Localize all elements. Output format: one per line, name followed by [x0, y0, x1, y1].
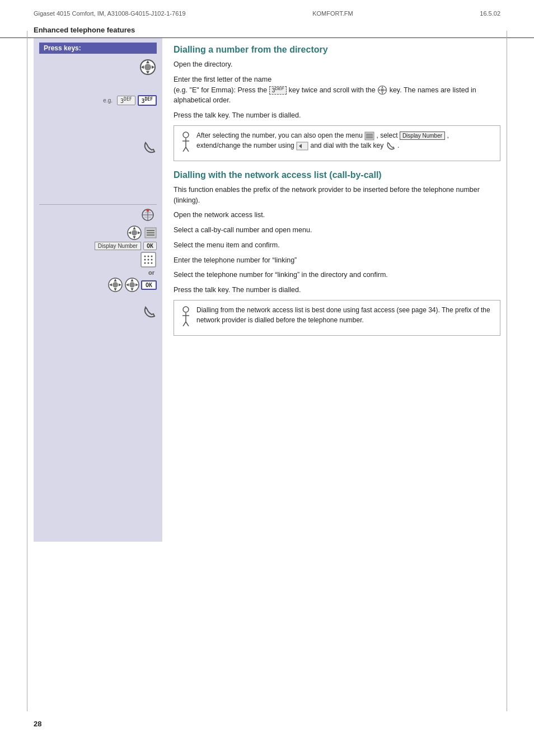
svg-point-29 — [144, 262, 146, 264]
info-text1: After selecting the number, you can also… — [196, 132, 364, 139]
talk-key-icon1 — [142, 140, 157, 155]
svg-line-53 — [183, 147, 186, 152]
network-list-icon — [139, 208, 157, 224]
svg-point-27 — [148, 259, 149, 261]
info-end: . — [397, 142, 399, 149]
step2-detail: (e.g. "E" for Emma): Press the 3DEF key … — [174, 86, 377, 94]
section2-step5: Select the telephone number for “linking… — [174, 270, 500, 280]
section2-step6: Press the talk key. The number is dialle… — [174, 285, 500, 295]
tip-icon-1 — [180, 132, 192, 152]
header-center: KOMFORT.FM — [312, 10, 353, 17]
section1-step1: Open the directory. — [174, 59, 500, 70]
lc-row-talk1 — [39, 140, 157, 155]
margin-left — [27, 31, 27, 711]
section2-step1: Open the network access list. — [174, 210, 500, 220]
svg-point-30 — [148, 262, 149, 264]
info-dial: and dial with the talk key — [310, 142, 385, 149]
header: Gigaset 4015 Comfort, IM, A31008-G4015-J… — [0, 0, 534, 20]
svg-point-28 — [151, 259, 153, 261]
nav-icon-left — [107, 277, 123, 293]
content-area: Press keys: e.g. 3DEF 3DEF — [34, 38, 500, 542]
svg-point-50 — [183, 132, 189, 138]
lc-row-nav-menu — [39, 225, 157, 241]
lc-row-double-nav-ok: OK — [39, 277, 157, 293]
lc-row-network-icon — [39, 208, 157, 224]
svg-point-25 — [151, 256, 153, 257]
svg-point-33 — [113, 282, 118, 288]
step2-prefix: Enter the first letter of the name — [174, 76, 271, 83]
section-heading: Enhanced telephone features — [0, 20, 534, 38]
nav-icon-right — [124, 277, 140, 293]
section1-title: Dialling a number from the directory — [174, 45, 500, 55]
page: Gigaset 4015 Comfort, IM, A31008-G4015-J… — [0, 0, 534, 756]
header-right: 16.5.02 — [480, 10, 500, 17]
svg-point-23 — [144, 256, 146, 257]
lc-row-or: or — [39, 269, 157, 276]
section2-step2: Select a call-by-call number and open me… — [174, 225, 500, 236]
section2-intro: This function enables the prefix of the … — [174, 185, 500, 206]
lc-row-directory-icon — [39, 58, 157, 76]
talk-key-inline — [386, 141, 396, 151]
nav-inline-icon — [377, 85, 387, 95]
grid-key-icon — [140, 251, 157, 268]
svg-point-9 — [147, 209, 149, 212]
svg-line-65 — [186, 322, 189, 326]
left-column: Press keys: e.g. 3DEF 3DEF — [34, 38, 162, 542]
svg-point-45 — [381, 88, 384, 92]
directory-nav-icon — [139, 58, 157, 76]
ok-key: OK — [143, 242, 157, 250]
svg-point-39 — [129, 282, 135, 288]
svg-point-61 — [183, 307, 189, 312]
key-3def-1: 3DEF — [117, 96, 135, 105]
info-icon-1 — [180, 132, 191, 156]
press-keys-label: Press keys: — [39, 43, 157, 54]
change-key-icon — [296, 142, 308, 151]
svg-point-26 — [144, 259, 146, 261]
section1-step2: Enter the first letter of the name (e.g.… — [174, 74, 500, 106]
info-select: , select — [377, 132, 400, 139]
lc-row-talk2 — [39, 305, 157, 320]
talk-key-icon2 — [142, 305, 157, 320]
key-3def-inline: 3DEF — [269, 86, 287, 95]
right-column: Dialling a number from the directory Ope… — [162, 38, 500, 542]
tip-icon-2 — [180, 306, 192, 326]
svg-point-1 — [144, 64, 151, 71]
lc-separator — [39, 204, 157, 205]
ok-key-blue: OK — [141, 280, 157, 290]
info-display-number: Display Number — [400, 132, 445, 140]
svg-line-54 — [186, 147, 189, 152]
info-icon-2 — [180, 306, 191, 331]
lc-row-display-ok: Display Number OK — [39, 242, 157, 250]
lc-row-keys: e.g. 3DEF 3DEF — [39, 95, 157, 106]
nav-icon-small — [127, 225, 142, 241]
svg-rect-59 — [297, 142, 308, 150]
or-label: or — [148, 269, 154, 276]
svg-point-13 — [132, 230, 137, 236]
menu-icon — [144, 227, 157, 238]
key-3def-2: 3DEF — [138, 95, 157, 106]
display-number-label: Display Number — [95, 242, 141, 250]
info-box-2: Dialling from the network access list is… — [174, 300, 500, 336]
info-box-1: After selecting the number, you can also… — [174, 125, 500, 161]
section1-step3: Press the talk key. The number is dialle… — [174, 110, 500, 121]
menu-inline-icon — [364, 132, 374, 140]
margin-right — [507, 31, 507, 711]
section2-step4: Enter the telephone number for “linking” — [174, 255, 500, 266]
info-box-2-text: Dialling from the network access list is… — [196, 305, 494, 325]
svg-point-31 — [151, 262, 153, 264]
section2-step3: Select the menu item and confirm. — [174, 240, 500, 251]
header-left: Gigaset 4015 Comfort, IM, A31008-G4015-J… — [34, 10, 186, 17]
info-box-1-text: After selecting the number, you can also… — [196, 130, 494, 151]
lc-row-grid — [39, 251, 157, 268]
eg-label: e.g. — [103, 97, 113, 104]
svg-point-24 — [148, 256, 149, 257]
section2-title: Dialling with the network access list (c… — [174, 170, 500, 180]
page-number: 28 — [34, 720, 41, 728]
svg-line-64 — [183, 322, 186, 326]
